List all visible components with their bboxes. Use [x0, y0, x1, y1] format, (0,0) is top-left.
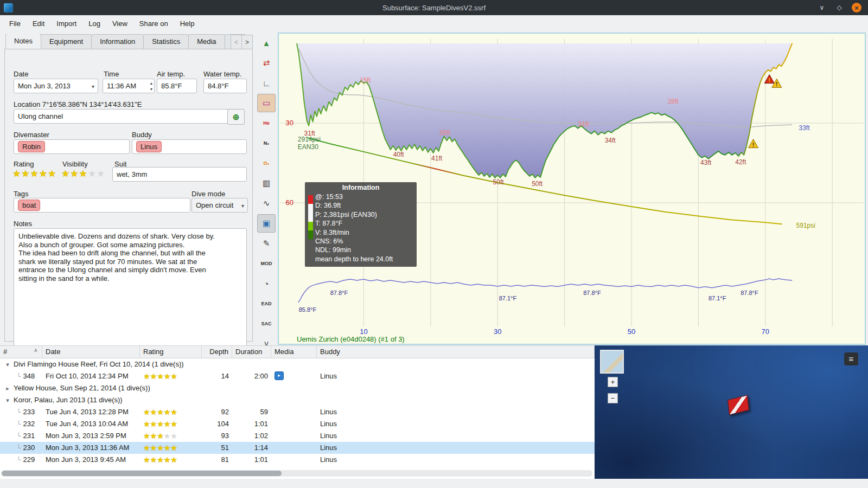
date-label: Date	[14, 70, 28, 78]
heartrate-icon[interactable]: ∿	[257, 194, 276, 213]
zoom-reset-icon[interactable]: ⇄	[257, 54, 276, 72]
map-overview-thumbnail[interactable]	[600, 350, 624, 374]
menu-import[interactable]: Import	[50, 17, 82, 30]
titlebar[interactable]: Subsurface: SampleDivesV2.ssrf ∨ ◇ ×	[0, 0, 868, 15]
media-icon[interactable]: ▸	[275, 371, 284, 380]
tags-input[interactable]: boat	[14, 198, 190, 213]
tab-scroll-right-button[interactable]: >	[241, 35, 253, 49]
location-input[interactable]: Ulong channel	[14, 109, 231, 124]
star-empty-icon[interactable]: ★	[97, 168, 105, 179]
pp-n2-icon[interactable]: N₂	[257, 134, 276, 152]
notes-textarea[interactable]: Unbelievable dive. Dozens and dozens of …	[14, 228, 247, 350]
dive-row[interactable]: └229Mon Jun 3, 2013 9:45 AM★★★★★811:01Li…	[0, 454, 595, 466]
buddy-chip[interactable]: Linus	[136, 141, 162, 152]
menu-view[interactable]: View	[106, 17, 133, 30]
ruler-icon[interactable]: ∟	[257, 74, 276, 92]
temperature-annotation: 85.8°F	[299, 306, 317, 313]
pp-o2-icon[interactable]: O₂	[257, 154, 276, 172]
tab-notes[interactable]: Notes	[5, 34, 41, 49]
menu-share-on[interactable]: Share on	[133, 17, 174, 30]
picture-locations-icon[interactable]: ▣	[257, 214, 276, 233]
spin-up-icon[interactable]: ▴	[150, 80, 152, 86]
scale-icon[interactable]: ▲	[257, 34, 276, 52]
star-filled-icon: ★	[157, 442, 164, 454]
time-spinbox[interactable]: 11:36 AM ▴ ▾	[103, 79, 155, 93]
expand-trip-icon[interactable]: ▸	[4, 382, 11, 394]
horizontal-scrollbar[interactable]	[1, 470, 592, 477]
chevron-down-icon[interactable]: ▾	[241, 198, 244, 213]
trip-row[interactable]: ▸Yellow House, Sun Sep 21, 2014 (1 dive(…	[0, 382, 595, 394]
menu-file[interactable]: File	[3, 17, 27, 30]
gas-pen-icon[interactable]: ✎	[257, 234, 276, 253]
dive-row[interactable]: └348Fri Oct 10, 2014 12:34 PM★★★★★142:00…	[0, 370, 595, 382]
dive-row[interactable]: └233Tue Jun 4, 2013 12:28 PM★★★★★9259Lin…	[0, 406, 595, 418]
dive-buddy: Linus	[317, 442, 595, 454]
dive-media	[271, 442, 317, 454]
minimize-button[interactable]: ∨	[817, 3, 827, 12]
pp-he-icon[interactable]: He	[257, 114, 276, 132]
show-photos-icon[interactable]: ▭	[257, 94, 276, 112]
star-empty-icon[interactable]: ★	[88, 168, 96, 179]
spin-down-icon[interactable]: ▾	[150, 86, 152, 92]
sac-icon[interactable]: SAC	[257, 314, 276, 333]
mod-icon[interactable]: MOD	[257, 254, 276, 273]
dive-row[interactable]: └231Mon Jun 3, 2013 2:59 PM★★★★★931:02Li…	[0, 430, 595, 442]
visibility-stars[interactable]: ★★★★★	[61, 168, 105, 179]
tab-equipment[interactable]: Equipment	[41, 34, 92, 49]
star-filled-icon[interactable]: ★	[48, 168, 56, 179]
divemaster-chip[interactable]: Robin	[18, 141, 45, 152]
buddy-input[interactable]: Linus	[132, 139, 247, 154]
tab-statistics[interactable]: Statistics	[143, 34, 189, 49]
star-filled-icon[interactable]: ★	[79, 168, 87, 179]
dive-list-rows: ▾Divi Flamingo House Reef, Fri Oct 10, 2…	[0, 358, 595, 466]
divemaster-input[interactable]: Robin	[14, 139, 130, 154]
dive-row[interactable]: └232Tue Jun 4, 2013 10:04 AM★★★★★1041:01…	[0, 418, 595, 430]
column-header-number[interactable]: #∧	[0, 346, 42, 358]
tab-information[interactable]: Information	[91, 34, 144, 49]
menu-log[interactable]: Log	[82, 17, 106, 30]
rating-stars[interactable]: ★★★★★	[12, 168, 56, 179]
deco-clock-icon[interactable]: ◔	[257, 274, 276, 293]
column-header-buddy[interactable]: Buddy	[317, 346, 595, 358]
star-filled-icon[interactable]: ★	[12, 168, 21, 179]
column-header-media[interactable]: Media	[271, 346, 317, 358]
close-button[interactable]: ×	[852, 3, 861, 12]
collapse-trip-icon[interactable]: ▾	[4, 394, 11, 406]
map-zoom-out-button[interactable]: −	[608, 393, 618, 403]
tab-media[interactable]: Media	[188, 34, 225, 49]
column-header-rating[interactable]: Rating	[140, 346, 202, 358]
menu-help[interactable]: Help	[174, 17, 201, 30]
trip-row[interactable]: ▾Koror, Palau, Jun 2013 (11 dive(s))	[0, 394, 595, 406]
date-combobox[interactable]: Mon Jun 3, 2013 ▾	[14, 79, 98, 93]
maximize-button[interactable]: ◇	[834, 3, 844, 12]
dive-row[interactable]: └230Mon Jun 3, 2013 11:36 AM★★★★★511:14L…	[0, 442, 595, 454]
tag-chip[interactable]: boat	[18, 200, 40, 211]
menu-edit[interactable]: Edit	[27, 17, 50, 30]
collapse-trip-icon[interactable]: ▾	[4, 358, 11, 370]
tissues-icon[interactable]: ▥	[257, 174, 276, 192]
map-menu-button[interactable]: ≡	[844, 352, 858, 365]
airtemp-field[interactable]: 85.8°F	[157, 79, 197, 93]
suit-input[interactable]: wet, 3mm	[112, 167, 247, 182]
ead-icon[interactable]: EAD	[257, 294, 276, 313]
map-zoom-in-button[interactable]: +	[608, 377, 618, 387]
spinner-arrows[interactable]: ▴ ▾	[150, 80, 152, 92]
column-header-date[interactable]: Date	[42, 346, 140, 358]
star-filled-icon[interactable]: ★	[39, 168, 47, 179]
column-header-duration[interactable]: Duration	[232, 346, 271, 358]
star-filled-icon[interactable]: ★	[61, 168, 69, 179]
edit-location-button[interactable]: ⊕	[227, 109, 245, 125]
scrollbar-thumb[interactable]	[2, 471, 282, 476]
tree-branch-icon: └	[16, 442, 21, 454]
dive-flag-marker[interactable]	[727, 395, 749, 415]
star-filled-icon[interactable]: ★	[21, 168, 29, 179]
chevron-down-icon[interactable]: ▾	[92, 79, 94, 93]
watertemp-field[interactable]: 84.8°F	[203, 79, 247, 93]
column-header-depth[interactable]: Depth	[202, 346, 232, 358]
star-filled-icon[interactable]: ★	[30, 168, 39, 179]
tab-scroll-left-button[interactable]: <	[231, 35, 242, 49]
divemode-select[interactable]: Open circuit ▾	[192, 198, 248, 213]
trip-row[interactable]: ▾Divi Flamingo House Reef, Fri Oct 10, 2…	[0, 358, 595, 370]
dive-site-map[interactable]: + − ≡	[595, 345, 868, 479]
star-filled-icon[interactable]: ★	[70, 168, 78, 179]
